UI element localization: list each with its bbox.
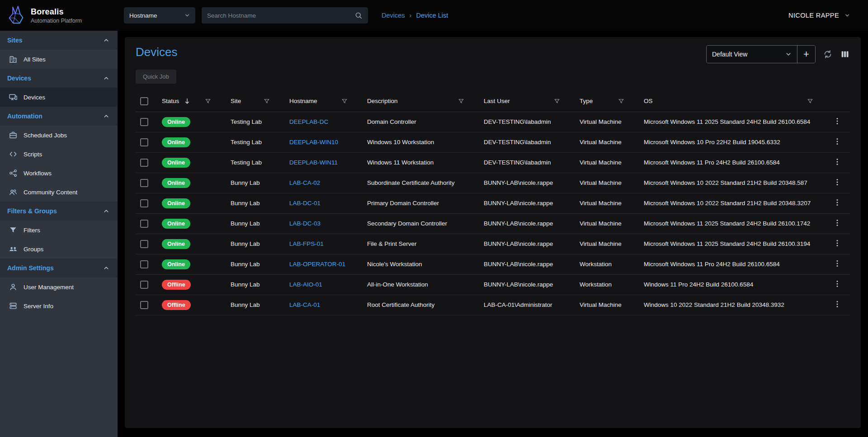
column-header-last-user[interactable]: Last User xyxy=(484,98,510,104)
user-menu[interactable]: NICOLE RAPPE xyxy=(788,12,851,19)
column-filter-icon[interactable] xyxy=(553,98,561,105)
sidebar-section-automation[interactable]: Automation xyxy=(0,107,118,126)
type-cell: Virtual Machine xyxy=(575,193,639,213)
hostname-link[interactable]: LAB-OPERATOR-01 xyxy=(289,261,345,268)
site-cell: Bunny Lab xyxy=(226,254,285,274)
add-view-button[interactable]: + xyxy=(797,46,815,63)
row-actions-kebab-icon[interactable] xyxy=(833,117,842,126)
sidebar-section-label: Admin Settings xyxy=(7,264,54,272)
row-actions-kebab-icon[interactable] xyxy=(833,218,842,227)
hostname-link[interactable]: DEEPLAB-WIN11 xyxy=(289,159,338,166)
view-select-group: Default View + xyxy=(706,45,816,63)
row-checkbox[interactable] xyxy=(140,260,148,268)
table-row: Online Bunny Lab LAB-FPS-01 File & Print… xyxy=(136,234,850,254)
devices-panel: Devices Default View + Quick Job xyxy=(125,37,861,428)
status-badge: Online xyxy=(162,117,190,127)
column-header-site[interactable]: Site xyxy=(231,98,241,104)
sidebar-item-devices[interactable]: Devices xyxy=(0,88,118,107)
sidebar-item-label: Devices xyxy=(24,94,45,101)
row-checkbox[interactable] xyxy=(140,138,148,146)
sidebar-section-devices[interactable]: Devices xyxy=(0,69,118,88)
table-row: Offline Bunny Lab LAB-CA-01 Root Certifi… xyxy=(136,295,850,315)
sidebar-item-community-content[interactable]: Community Content xyxy=(0,183,118,202)
select-all-checkbox[interactable] xyxy=(140,97,148,105)
table-row: Offline Bunny Lab LAB-AIO-01 All-in-One … xyxy=(136,274,850,295)
row-actions-kebab-icon[interactable] xyxy=(833,279,842,288)
row-checkbox[interactable] xyxy=(140,220,148,228)
row-checkbox[interactable] xyxy=(140,281,148,289)
row-actions-kebab-icon[interactable] xyxy=(833,178,842,187)
column-header-os[interactable]: OS xyxy=(644,98,653,104)
refresh-button[interactable] xyxy=(823,49,833,59)
sidebar-section: Sites All Sites xyxy=(0,31,118,69)
hostname-link[interactable]: DEEPLAB-WIN10 xyxy=(289,139,338,146)
search-icon[interactable] xyxy=(354,11,363,19)
search-field-select[interactable]: Hostname xyxy=(124,7,195,23)
sort-desc-icon[interactable] xyxy=(183,97,191,105)
sidebar-section: Filters & Groups Filters Groups xyxy=(0,202,118,258)
column-header-status[interactable]: Status xyxy=(162,98,179,104)
row-checkbox[interactable] xyxy=(140,301,148,309)
row-actions-kebab-icon[interactable] xyxy=(833,157,842,166)
search-input[interactable] xyxy=(207,12,354,19)
quick-job-button[interactable]: Quick Job xyxy=(136,70,176,84)
row-checkbox[interactable] xyxy=(140,159,148,167)
column-header-hostname[interactable]: Hostname xyxy=(289,98,317,104)
sidebar-section-admin-settings[interactable]: Admin Settings xyxy=(0,258,118,277)
sidebar-item-label: User Management xyxy=(24,284,74,291)
sidebar-item-scripts[interactable]: Scripts xyxy=(0,145,118,164)
sidebar-item-groups[interactable]: Groups xyxy=(0,240,118,258)
sidebar-section-items: User Management Server Info xyxy=(0,277,118,315)
os-cell: Microsoft Windows 11 2025 Standard 24H2 … xyxy=(639,234,828,254)
row-actions-kebab-icon[interactable] xyxy=(833,239,842,248)
hostname-link[interactable]: LAB-CA-01 xyxy=(289,301,320,308)
column-filter-icon[interactable] xyxy=(263,98,270,105)
chevron-up-icon xyxy=(102,207,110,215)
breadcrumb-device-list[interactable]: Device List xyxy=(416,12,448,19)
sidebar-item-user-management[interactable]: User Management xyxy=(0,277,118,296)
hostname-link[interactable]: LAB-AIO-01 xyxy=(289,281,322,288)
column-settings-button[interactable] xyxy=(840,49,850,59)
status-badge: Online xyxy=(162,239,190,249)
sidebar-item-workflows[interactable]: Workflows xyxy=(0,164,118,183)
column-filter-icon[interactable] xyxy=(458,98,465,105)
hostname-link[interactable]: LAB-FPS-01 xyxy=(289,240,324,247)
hostname-link[interactable]: LAB-DC-03 xyxy=(289,220,321,227)
row-checkbox[interactable] xyxy=(140,240,148,248)
description-cell: Primary Domain Controller xyxy=(363,193,479,213)
hostname-link[interactable]: DEEPLAB-DC xyxy=(289,118,328,125)
sidebar-section-items: Devices xyxy=(0,88,118,107)
hostname-link[interactable]: LAB-DC-01 xyxy=(289,200,321,207)
column-header-description[interactable]: Description xyxy=(367,98,398,104)
sidebar-section-sites[interactable]: Sites xyxy=(0,31,118,50)
column-filter-icon[interactable] xyxy=(618,98,625,105)
sidebar-item-server-info[interactable]: Server Info xyxy=(0,296,118,315)
sidebar-item-label: Filters xyxy=(24,227,40,234)
row-checkbox[interactable] xyxy=(140,118,148,126)
sidebar-item-label: Scheduled Jobs xyxy=(24,132,67,139)
row-actions-kebab-icon[interactable] xyxy=(833,300,842,309)
sidebar-item-all-sites[interactable]: All Sites xyxy=(0,50,118,69)
last-user-cell: BUNNY-LAB\nicole.rappe xyxy=(479,254,575,274)
brand-text: Borealis Automation Platform xyxy=(31,7,82,24)
os-cell: Microsoft Windows 11 2025 Standard 24H2 … xyxy=(639,112,828,132)
column-filter-icon[interactable] xyxy=(341,98,348,105)
row-actions-kebab-icon[interactable] xyxy=(833,259,842,268)
row-checkbox[interactable] xyxy=(140,179,148,187)
table-row: Online Bunny Lab LAB-DC-03 Secondary Dom… xyxy=(136,213,850,234)
column-filter-icon[interactable] xyxy=(807,98,814,105)
sidebar-item-scheduled-jobs[interactable]: Scheduled Jobs xyxy=(0,126,118,145)
breadcrumb-devices[interactable]: Devices xyxy=(382,12,405,19)
description-cell: Nicole's Workstation xyxy=(363,254,479,274)
row-checkbox[interactable] xyxy=(140,199,148,207)
view-select[interactable]: Default View xyxy=(707,46,797,63)
row-actions-kebab-icon[interactable] xyxy=(833,137,842,146)
site-cell: Testing Lab xyxy=(226,112,285,132)
column-filter-icon[interactable] xyxy=(204,98,212,105)
building-icon xyxy=(9,55,18,64)
sidebar-section-filters-groups[interactable]: Filters & Groups xyxy=(0,202,118,221)
row-actions-kebab-icon[interactable] xyxy=(833,198,842,207)
sidebar-item-filters[interactable]: Filters xyxy=(0,221,118,240)
column-header-type[interactable]: Type xyxy=(580,98,593,104)
hostname-link[interactable]: LAB-CA-02 xyxy=(289,179,320,186)
